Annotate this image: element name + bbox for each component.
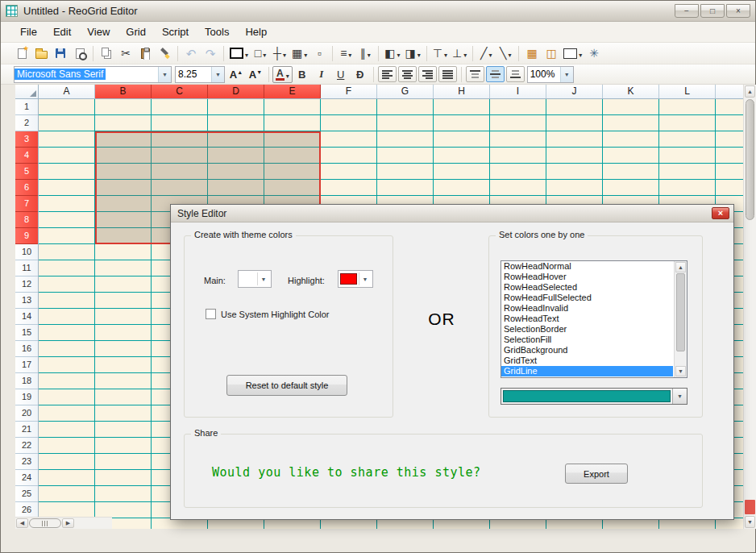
menu-grid[interactable]: Grid [118, 23, 154, 40]
row-header-9[interactable]: 9 [15, 228, 38, 244]
scroll-right-button[interactable] [62, 518, 74, 528]
font-size-combo[interactable]: 8.25 [175, 66, 225, 83]
valign-top-button[interactable] [466, 66, 484, 82]
color-list-item-rowheadinvalid[interactable]: RowHeadInvalid [501, 303, 673, 314]
main-color-combo[interactable] [238, 270, 272, 288]
row-header-6[interactable]: 6 [15, 180, 38, 196]
row-header-13[interactable]: 13 [15, 293, 38, 309]
column-header-H[interactable]: H [434, 85, 490, 98]
copy-button[interactable] [97, 44, 116, 62]
unmerge-cells-button[interactable]: ◫ [542, 44, 561, 62]
row-header-3[interactable]: 3 [15, 131, 38, 148]
format-painter-button[interactable] [155, 44, 174, 62]
column-header-I[interactable]: I [490, 85, 546, 98]
menu-file[interactable]: File [12, 23, 45, 40]
horizontal-scrollbar[interactable] [15, 517, 112, 529]
row-header-14[interactable]: 14 [15, 309, 38, 325]
column-header-E[interactable]: E [264, 85, 321, 98]
font-color-button[interactable]: A [272, 66, 293, 83]
row-header-20[interactable]: 20 [15, 405, 38, 422]
settings-button[interactable]: ✳ [584, 44, 604, 62]
align-left-button[interactable] [378, 66, 397, 82]
decrease-font-button[interactable]: A▼ [246, 65, 265, 83]
column-header-D[interactable]: D [208, 85, 264, 98]
redo-button[interactable]: ↷ [201, 44, 220, 62]
menu-view[interactable]: View [79, 23, 118, 40]
underline-button[interactable]: U [331, 65, 351, 83]
list-scrollbar[interactable] [674, 261, 687, 377]
border-horizontal-button[interactable]: ≡ [336, 44, 355, 62]
border-bottom-button[interactable]: ⊥ [450, 44, 469, 62]
scroll-down-button[interactable] [745, 516, 755, 528]
color-list-item-rowheadtext[interactable]: RowHeadText [501, 314, 673, 324]
menu-tools[interactable]: Tools [197, 23, 237, 40]
border-top-button[interactable]: ⊤ [430, 44, 450, 62]
new-file-button[interactable] [12, 44, 31, 62]
cut-button[interactable]: ✂ [116, 44, 135, 62]
border-outline-button[interactable]: □ [251, 44, 270, 62]
close-button[interactable]: × [726, 4, 750, 18]
row-header-16[interactable]: 16 [15, 341, 38, 357]
row-header-1[interactable]: 1 [15, 99, 38, 115]
menu-edit[interactable]: Edit [45, 23, 79, 40]
border-inside-button[interactable]: ┼ [270, 44, 289, 62]
border-none-button[interactable]: ▫ [309, 44, 329, 62]
strikethrough-button[interactable]: Đ [351, 65, 370, 83]
paste-button[interactable] [135, 44, 155, 62]
zoom-combo[interactable]: 100% [527, 66, 574, 83]
column-header-K[interactable]: K [603, 85, 659, 98]
menu-help[interactable]: Help [237, 23, 275, 40]
color-list-item-gridbackground[interactable]: GridBackground [501, 345, 673, 356]
chevron-down-icon[interactable] [257, 272, 269, 285]
row-header-7[interactable]: 7 [15, 196, 38, 212]
chevron-down-icon[interactable] [560, 67, 573, 82]
row-header-4[interactable]: 4 [15, 148, 38, 164]
bold-button[interactable]: B [293, 65, 312, 83]
color-setting-list[interactable]: RowHeadNormalRowHeadHoverRowHeadSelected… [501, 260, 687, 378]
highlight-color-combo[interactable] [338, 270, 373, 288]
title-bar[interactable]: Untitled - ReoGrid Editor − □ × [1, 1, 755, 22]
vertical-scrollbar[interactable] [743, 85, 756, 529]
save-button[interactable] [51, 44, 70, 62]
row-header-15[interactable]: 15 [15, 325, 38, 341]
column-header-L[interactable]: L [659, 85, 716, 98]
merge-cells-button[interactable]: ▦ [522, 44, 542, 62]
vertical-scroll-thumb[interactable] [746, 99, 754, 220]
valign-bottom-button[interactable] [506, 66, 525, 82]
row-header-12[interactable]: 12 [15, 276, 38, 293]
border-style-picker-button[interactable] [227, 44, 251, 62]
row-header-24[interactable]: 24 [15, 470, 38, 486]
color-list-item-rowheadselected[interactable]: RowHeadSelected [501, 282, 673, 293]
select-all-corner[interactable] [15, 85, 39, 99]
chevron-down-icon[interactable] [158, 67, 171, 82]
color-list-item-selectionborder[interactable]: SelectionBorder [501, 324, 673, 335]
row-header-26[interactable]: 26 [15, 502, 38, 518]
reset-default-style-button[interactable]: Reset to default style [226, 375, 347, 396]
row-header-22[interactable]: 22 [15, 438, 38, 454]
use-system-highlight-checkbox[interactable]: Use System Highlight Color [206, 309, 330, 319]
dialog-close-button[interactable]: × [712, 207, 729, 219]
cell-style-picker-button[interactable] [561, 44, 584, 62]
align-center-button[interactable] [398, 66, 417, 82]
row-header-21[interactable]: 21 [15, 422, 38, 438]
chevron-down-icon[interactable] [211, 67, 224, 82]
row-header-23[interactable]: 23 [15, 454, 38, 470]
border-diagonal-down-button[interactable]: ╲ [496, 44, 515, 62]
scroll-up-button[interactable] [675, 262, 686, 272]
color-list-item-rowheadfullselected[interactable]: RowHeadFullSelected [501, 293, 673, 303]
row-header-5[interactable]: 5 [15, 164, 38, 180]
column-header-B[interactable]: B [95, 85, 152, 98]
row-header-10[interactable]: 10 [15, 244, 38, 260]
row-header-18[interactable]: 18 [15, 373, 38, 389]
export-button[interactable]: Export [565, 464, 628, 484]
scroll-left-button[interactable] [16, 518, 28, 528]
border-right-button[interactable]: ◨ [403, 44, 423, 62]
row-header-17[interactable]: 17 [15, 357, 38, 373]
row-header-11[interactable]: 11 [15, 260, 38, 276]
scroll-up-button[interactable] [745, 85, 755, 98]
maximize-button[interactable]: □ [700, 4, 725, 18]
menu-script[interactable]: Script [154, 23, 197, 40]
border-vertical-button[interactable]: ∥ [355, 44, 375, 62]
color-list-item-gridline[interactable]: GridLine [501, 366, 673, 376]
border-diagonal-up-button[interactable]: ╱ [476, 44, 496, 62]
